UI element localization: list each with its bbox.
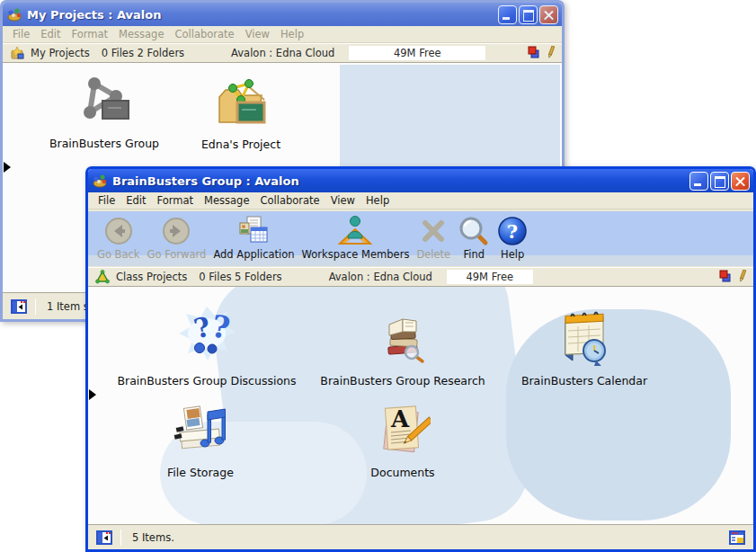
pencil-icon[interactable] — [546, 46, 556, 61]
window-controls — [498, 5, 558, 24]
close-button[interactable] — [731, 172, 750, 191]
menu-bar: File Edit Format Message Collaborate Vie… — [88, 192, 753, 209]
svg-text:A: A — [390, 405, 410, 432]
find-magnifier-icon — [458, 215, 490, 247]
window-title: BrainBusters Group : Avalon — [112, 174, 689, 188]
menu-help[interactable]: Help — [360, 193, 395, 208]
menu-format[interactable]: Format — [152, 193, 200, 208]
menu-view[interactable]: View — [240, 27, 275, 41]
item-label: BrainBusters Calendar — [521, 374, 647, 387]
layers-icon[interactable] — [528, 46, 541, 61]
item-file-storage[interactable]: File Storage — [129, 400, 272, 479]
menu-help[interactable]: Help — [275, 27, 309, 41]
item-label: File Storage — [167, 466, 234, 479]
item-label: BrainBusters Group — [49, 137, 159, 150]
menu-edit[interactable]: Edit — [35, 27, 66, 41]
window-brainbusters-group: BrainBusters Group : Avalon File Edit Fo… — [85, 166, 756, 552]
maximize-button[interactable] — [710, 172, 729, 191]
panel-expander-arrow[interactable] — [4, 162, 11, 173]
menu-bar: File Edit Format Message Collaborate Vie… — [3, 26, 562, 43]
minimize-button[interactable] — [689, 172, 708, 191]
close-button[interactable] — [539, 5, 558, 24]
my-projects-icon — [10, 46, 24, 60]
menu-message[interactable]: Message — [199, 193, 254, 208]
menu-message[interactable]: Message — [113, 27, 169, 41]
workspace-members-icon — [337, 215, 373, 247]
item-label: Edna's Project — [201, 138, 280, 151]
delete-x-icon — [419, 215, 448, 247]
delete-button[interactable]: Delete — [413, 215, 454, 262]
status-bar: 5 Items. — [88, 524, 753, 549]
menu-format[interactable]: Format — [67, 27, 114, 41]
file-folder-counts: 0 Files 5 Folders — [199, 271, 281, 283]
file-folder-counts: 0 Files 2 Folders — [102, 47, 184, 59]
file-storage-icon — [171, 400, 230, 463]
add-application-icon — [237, 215, 270, 247]
titlebar-brainbusters-group[interactable]: BrainBusters Group : Avalon — [88, 169, 753, 192]
item-count-text: 1 Item s — [47, 300, 89, 313]
workspace-app-icon — [6, 6, 22, 22]
account-name: Avalon : Edna Cloud — [231, 47, 334, 59]
discussions-icon: ? ? — [175, 305, 238, 371]
account-name: Avalon : Edna Cloud — [329, 271, 432, 283]
workspace-list-pane-icon[interactable] — [11, 299, 27, 314]
item-label: BrainBusters Group Discussions — [117, 374, 296, 387]
calendar-clock-icon — [555, 308, 614, 371]
layers-icon[interactable] — [719, 270, 733, 285]
workspace-info-bar: My Projects 0 Files 2 Folders Avalon : E… — [3, 43, 562, 63]
menu-edit[interactable]: Edit — [120, 193, 151, 208]
workspace-name: My Projects — [31, 47, 90, 59]
item-documents[interactable]: A Documents — [331, 402, 475, 479]
item-group-research[interactable]: BrainBusters Group Research — [304, 308, 502, 387]
go-forward-icon — [161, 215, 191, 247]
menu-file[interactable]: File — [7, 27, 35, 41]
pencil-icon[interactable] — [737, 270, 748, 285]
group-network-gray-icon — [75, 71, 134, 134]
help-icon: ? — [497, 215, 528, 247]
navigation-pane-icon[interactable] — [729, 530, 745, 545]
workspace-name: Class Projects — [116, 271, 187, 283]
workspace-members-button[interactable]: Workspace Members — [298, 215, 414, 262]
go-back-button[interactable]: Go Back — [93, 215, 144, 262]
add-application-button[interactable]: Add Application — [209, 215, 298, 262]
workspace-content-area: ? ? BrainBusters Group Discussions — [88, 287, 753, 524]
menu-view[interactable]: View — [325, 193, 360, 208]
item-calendar[interactable]: BrainBusters Calendar — [494, 308, 674, 387]
item-count-text: 5 Items. — [132, 531, 174, 544]
project-folder-icon — [213, 76, 269, 135]
workspace-info-bar: Class Projects 0 Files 5 Folders Avalon … — [88, 267, 753, 287]
minimize-button[interactable] — [498, 5, 517, 24]
free-space-indicator: 49M Free — [349, 46, 485, 60]
research-books-icon — [373, 308, 432, 371]
workspace-app-icon — [92, 173, 108, 189]
workspace-list-pane-icon[interactable] — [96, 530, 112, 545]
item-brainbusters-group[interactable]: BrainBusters Group — [28, 71, 181, 150]
class-projects-icon — [95, 270, 110, 284]
window-controls — [689, 172, 750, 191]
menu-collaborate[interactable]: Collaborate — [169, 27, 239, 41]
panel-expander-arrow[interactable] — [89, 389, 96, 400]
toolbar: Go Back Go Forward — [88, 209, 753, 267]
find-button[interactable]: Find — [454, 215, 494, 262]
help-button[interactable]: ? Help — [494, 215, 531, 262]
maximize-button[interactable] — [519, 5, 538, 24]
menu-collaborate[interactable]: Collaborate — [254, 193, 325, 208]
free-space-indicator: 49M Free — [447, 270, 533, 284]
item-label: BrainBusters Group Research — [320, 374, 485, 387]
svg-text:?: ? — [507, 220, 518, 243]
titlebar-my-projects[interactable]: My Projects : Avalon — [3, 3, 562, 26]
item-label: Documents — [370, 466, 434, 479]
documents-icon: A — [375, 402, 431, 463]
item-group-discussions[interactable]: ? ? BrainBusters Group Discussions — [103, 305, 310, 387]
window-title: My Projects : Avalon — [27, 8, 498, 22]
item-ednas-project[interactable]: Edna's Project — [173, 76, 308, 151]
go-back-icon — [103, 215, 134, 247]
go-forward-button[interactable]: Go Forward — [144, 215, 210, 262]
menu-file[interactable]: File — [93, 193, 120, 208]
